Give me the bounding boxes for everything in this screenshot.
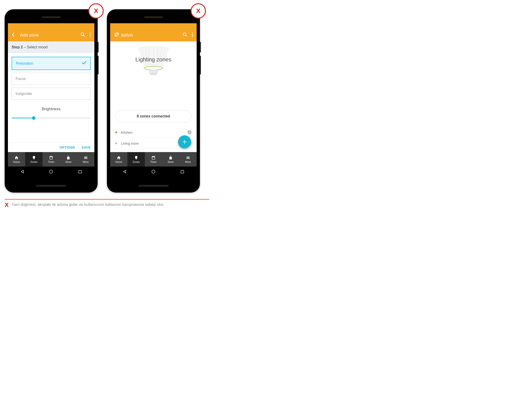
check-icon xyxy=(82,61,86,66)
zone-item-study[interactable]: Study i xyxy=(114,149,193,152)
calendar-icon xyxy=(151,156,155,160)
phone-side-button xyxy=(200,42,201,52)
phone-earpiece xyxy=(42,16,60,18)
status-dot-icon xyxy=(115,142,117,144)
svg-point-31 xyxy=(152,170,155,173)
tab-home[interactable]: Home xyxy=(8,152,25,166)
svg-line-1 xyxy=(83,35,85,36)
phone-earpiece xyxy=(144,16,163,18)
phone-speaker xyxy=(36,185,66,187)
tab-more[interactable]: More xyxy=(180,152,197,166)
phone-speaker xyxy=(138,185,169,187)
mood-label: Focus xyxy=(16,77,26,81)
android-nav-bar xyxy=(8,166,94,177)
tab-store[interactable]: Store xyxy=(60,152,77,166)
store-icon xyxy=(169,156,173,160)
home-icon xyxy=(14,156,19,160)
svg-point-26 xyxy=(144,66,163,70)
brand-name: kelvin xyxy=(121,33,133,38)
menu-icon xyxy=(84,156,88,160)
save-button[interactable]: SAVE xyxy=(82,146,91,149)
mood-label: Relaxation xyxy=(16,61,33,66)
step-header: Step 2 – Select mood xyxy=(8,41,94,53)
svg-point-4 xyxy=(90,36,91,37)
bulb-icon xyxy=(32,156,36,160)
svg-rect-32 xyxy=(181,170,184,173)
app-bar: kelvin xyxy=(110,29,197,41)
tab-timer[interactable]: Timer xyxy=(145,152,162,166)
status-dot-icon xyxy=(115,132,117,133)
back-button[interactable] xyxy=(12,33,14,38)
phone-mockup-1: X Add zone xyxy=(5,9,98,193)
zones-connected-pill[interactable]: 8 zones connected xyxy=(115,110,192,122)
caption-text: Geri düğmesi, akıştaki ilk adıma gider v… xyxy=(12,202,164,207)
svg-point-15 xyxy=(192,33,193,33)
dont-badge-icon: X xyxy=(191,3,206,19)
phone-side-button xyxy=(98,42,98,52)
nav-recent-button[interactable] xyxy=(180,169,185,174)
svg-line-14 xyxy=(186,35,187,36)
mood-option-relaxation[interactable]: Relaxation xyxy=(12,57,91,70)
tab-zones[interactable]: Zones xyxy=(25,152,42,166)
nav-recent-button[interactable] xyxy=(78,169,82,174)
status-bar xyxy=(110,23,197,29)
nav-home-button[interactable] xyxy=(49,169,53,174)
svg-point-17 xyxy=(192,36,193,37)
menu-icon xyxy=(186,156,190,160)
mood-label: Invigorate xyxy=(16,92,32,96)
tab-timer[interactable]: Timer xyxy=(42,152,60,166)
hero-title: Lighting zones xyxy=(114,56,193,63)
x-icon: X xyxy=(5,202,8,208)
zone-name: Living room xyxy=(121,141,187,145)
bulb-illustration xyxy=(137,48,170,80)
app-bar: Add zone xyxy=(8,29,94,41)
search-icon[interactable] xyxy=(183,32,187,38)
brightness-label: Brightness xyxy=(12,107,91,111)
svg-line-10 xyxy=(114,33,115,34)
home-icon xyxy=(117,156,121,160)
kelvin-logo-icon xyxy=(114,32,120,38)
nav-back-button[interactable] xyxy=(122,169,127,174)
calendar-icon xyxy=(49,156,53,160)
phone-mockup-2: X xyxy=(107,9,200,193)
slider-thumb[interactable] xyxy=(32,116,36,120)
svg-point-16 xyxy=(192,34,193,35)
tab-home[interactable]: Home xyxy=(110,152,127,166)
svg-point-13 xyxy=(183,33,186,36)
dont-badge-icon: X xyxy=(88,3,104,19)
tab-bar: Home Zones Timer Store xyxy=(110,152,197,166)
options-button[interactable]: OPTIONS xyxy=(59,146,75,149)
nav-home-button[interactable] xyxy=(151,169,156,174)
svg-line-11 xyxy=(118,33,119,34)
svg-point-3 xyxy=(90,34,91,35)
svg-point-5 xyxy=(49,170,53,173)
brightness-slider[interactable] xyxy=(12,115,91,120)
caption-section: X Geri düğmesi, akıştaki ilk adıma gider… xyxy=(5,199,209,208)
app-bar-title: Add zone xyxy=(20,33,76,38)
search-icon[interactable] xyxy=(81,32,85,38)
svg-point-2 xyxy=(90,33,91,33)
add-zone-fab[interactable] xyxy=(178,135,191,148)
android-nav-bar xyxy=(110,166,197,177)
svg-rect-6 xyxy=(79,170,81,173)
info-icon[interactable]: i xyxy=(187,130,192,134)
zone-name: Kitchen xyxy=(121,131,187,134)
status-bar xyxy=(8,23,94,29)
store-icon xyxy=(66,156,70,160)
tab-store[interactable]: Store xyxy=(162,152,179,166)
svg-point-28 xyxy=(150,73,157,75)
tab-more[interactable]: More xyxy=(77,152,94,166)
svg-point-0 xyxy=(81,33,84,36)
mood-option-focus[interactable]: Focus xyxy=(12,73,91,85)
more-icon[interactable] xyxy=(90,33,91,38)
bulb-icon xyxy=(134,156,138,160)
bottom-actions: OPTIONS SAVE xyxy=(8,143,94,152)
phone-side-button xyxy=(98,56,98,74)
phone-side-button xyxy=(200,56,201,74)
more-icon[interactable] xyxy=(192,33,193,38)
mood-option-invigorate[interactable]: Invigorate xyxy=(12,88,91,100)
nav-back-button[interactable] xyxy=(20,169,25,174)
tab-zones[interactable]: Zones xyxy=(127,152,145,166)
tab-bar: Home Zones Timer Store xyxy=(8,152,94,166)
